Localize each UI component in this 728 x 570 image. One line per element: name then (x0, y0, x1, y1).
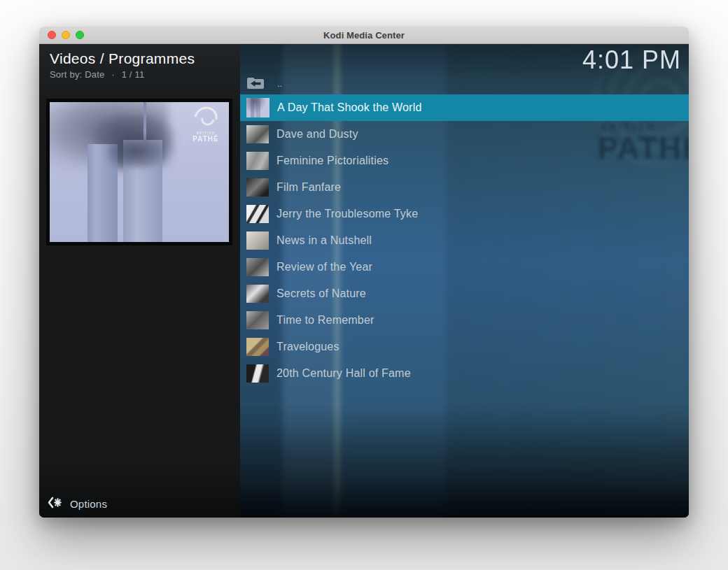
list-item[interactable]: A Day That Shook the World (240, 94, 689, 121)
list-item[interactable]: Jerry the Troublesome Tyke (240, 201, 689, 227)
item-label: Secrets of Nature (276, 287, 366, 300)
folder-up-icon (246, 76, 265, 90)
item-thumbnail (246, 258, 269, 276)
window-title: Kodi Media Center (323, 30, 405, 41)
pathe-logo: BRITISH PATHÉ (186, 106, 225, 143)
item-label: 20th Century Hall of Fame (276, 367, 411, 380)
sort-status: Sort by: Date · 1 / 11 (50, 69, 240, 80)
traffic-lights (48, 27, 84, 43)
item-thumbnail (246, 178, 269, 197)
kodi-app-body: Videos / Programmes Sort by: Date · 1 / … (39, 44, 689, 518)
item-thumbnail (246, 98, 270, 117)
item-label: Review of the Year (276, 261, 372, 273)
view-header: Videos / Programmes Sort by: Date · 1 / … (39, 44, 240, 80)
item-thumbnail (246, 205, 269, 223)
list-item[interactable]: Film Fanfare (240, 174, 689, 201)
list-items: A Day That Shook the WorldDave and Dusty… (240, 94, 689, 387)
item-thumbnail (246, 152, 269, 170)
item-thumbnail (246, 125, 269, 143)
desktop: Kodi Media Center Videos / Programmes So… (0, 0, 728, 570)
item-label: News in a Nutshell (276, 234, 372, 247)
sidebar: Videos / Programmes Sort by: Date · 1 / … (39, 44, 240, 518)
options-label: Options (70, 498, 107, 510)
list-item[interactable]: Secrets of Nature (240, 280, 689, 307)
item-label: Time to Remember (276, 314, 374, 327)
clock: 4:01 PM (582, 45, 681, 75)
item-label: Dave and Dusty (276, 128, 358, 141)
item-label: Film Fanfare (276, 181, 341, 194)
page-title: Videos / Programmes (50, 50, 240, 67)
list-item[interactable]: News in a Nutshell (240, 227, 689, 254)
item-label: Jerry the Troublesome Tyke (276, 208, 418, 220)
file-list: .. A Day That Shook the WorldDave and Du… (240, 72, 689, 387)
titlebar[interactable]: Kodi Media Center (39, 27, 689, 44)
focused-item-poster: BRITISH PATHÉ (46, 99, 232, 245)
options-button[interactable]: Options (48, 497, 107, 511)
content-panel: BRITISH PATHÉ 4:01 PM .. (240, 44, 689, 518)
options-gear-icon (48, 497, 62, 511)
pathe-rooster-icon (190, 102, 222, 134)
parent-item-label: .. (277, 78, 282, 89)
pathe-logo-large-text: PATHÉ (186, 135, 225, 143)
close-button[interactable] (48, 31, 56, 39)
list-item[interactable]: Feminine Pictorialities (240, 148, 689, 174)
item-label: A Day That Shook the World (277, 101, 422, 114)
sort-by-label[interactable]: Sort by: Date (50, 69, 104, 80)
list-item[interactable]: Time to Remember (240, 307, 689, 334)
list-item-parent[interactable]: .. (240, 72, 689, 94)
item-thumbnail (246, 364, 269, 383)
minimize-button[interactable] (62, 31, 70, 39)
item-position: 1 / 11 (122, 69, 145, 80)
kodi-window: Kodi Media Center Videos / Programmes So… (39, 27, 689, 518)
zoom-button[interactable] (76, 31, 84, 39)
item-thumbnail (246, 285, 269, 303)
item-thumbnail (246, 338, 269, 356)
list-item[interactable]: Dave and Dusty (240, 121, 689, 148)
item-thumbnail (246, 231, 269, 250)
list-item[interactable]: 20th Century Hall of Fame (240, 360, 689, 387)
item-label: Travelogues (276, 341, 340, 353)
item-thumbnail (246, 311, 269, 329)
list-item[interactable]: Travelogues (240, 334, 689, 360)
poster-image: BRITISH PATHÉ (50, 102, 229, 242)
list-item[interactable]: Review of the Year (240, 254, 689, 280)
item-label: Feminine Pictorialities (276, 155, 388, 167)
poster-impact-smoke (107, 134, 164, 168)
sort-separator: · (111, 69, 115, 80)
